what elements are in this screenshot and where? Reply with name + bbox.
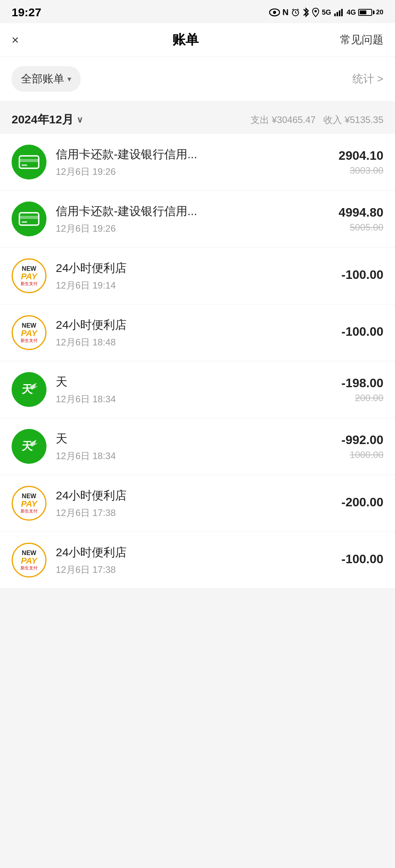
newpay-icon: NEW PAY 新生支付	[12, 543, 46, 578]
transaction-list: 信用卡还款-建设银行信用... 12月6日 19:26 2904.103003.…	[0, 134, 395, 589]
transaction-item[interactable]: 天 天 12月6日 18:34 -992.001000.00	[0, 418, 395, 475]
svg-point-1	[273, 11, 276, 14]
transaction-info: 信用卡还款-建设银行信用... 12月6日 19:26	[56, 203, 329, 235]
transaction-name: 信用卡还款-建设银行信用...	[56, 203, 329, 219]
transaction-info: 天 12月6日 18:34	[56, 431, 332, 462]
location-icon	[312, 7, 319, 17]
transaction-name: 天	[56, 374, 332, 390]
newpay-icon: NEW PAY 新生支付	[12, 258, 46, 293]
month-label-text: 2024年12月	[12, 112, 74, 128]
transaction-info: 24小时便利店 12月6日 17:38	[56, 545, 332, 576]
svg-line-5	[292, 9, 294, 10]
credit-card-icon	[12, 202, 46, 236]
transaction-name: 信用卡还款-建设银行信用...	[56, 147, 329, 162]
faq-link[interactable]: 常见问题	[340, 32, 383, 47]
transaction-amount: 4994.80	[338, 205, 383, 220]
5g-icon: 5G	[322, 9, 331, 17]
svg-line-4	[295, 13, 297, 14]
svg-text:天: 天	[21, 440, 33, 452]
bluetooth-icon	[302, 7, 309, 17]
chevron-icon: ∨	[77, 115, 83, 125]
svg-rect-17	[22, 221, 27, 223]
original-amount: 200.00	[341, 393, 383, 403]
svg-text:天: 天	[21, 383, 33, 395]
svg-rect-9	[337, 12, 338, 16]
transaction-date: 12月6日 19:14	[56, 279, 332, 292]
filter-label: 全部账单	[21, 72, 64, 86]
transaction-date: 12月6日 18:48	[56, 336, 332, 349]
header: × 账单 常见问题	[0, 23, 395, 57]
transaction-name: 24小时便利店	[56, 260, 332, 276]
transaction-info: 信用卡还款-建设银行信用... 12月6日 19:26	[56, 147, 329, 178]
eye-icon	[269, 8, 280, 17]
transaction-amount-block: -100.00	[341, 552, 383, 569]
transaction-info: 天 12月6日 18:34	[56, 374, 332, 405]
nfc-icon: N	[282, 7, 289, 17]
chevron-down-icon: ▾	[67, 74, 71, 84]
svg-rect-11	[341, 9, 343, 16]
transaction-amount: -100.00	[341, 552, 383, 566]
svg-rect-14	[22, 164, 27, 166]
expense-label: 支出	[251, 114, 269, 125]
original-amount: 1000.00	[341, 449, 383, 460]
transaction-info: 24小时便利店 12月6日 18:48	[56, 317, 332, 349]
transaction-info: 24小时便利店 12月6日 17:38	[56, 488, 332, 519]
page-title: 账单	[172, 31, 199, 49]
svg-rect-8	[334, 14, 336, 16]
transaction-item[interactable]: NEW PAY 新生支付 24小时便利店 12月6日 18:48 -100.00	[0, 304, 395, 361]
status-icons: N 5G 4G	[269, 7, 383, 17]
transaction-date: 12月6日 17:38	[56, 564, 332, 576]
transaction-item[interactable]: 天 天 12月6日 18:34 -198.00200.00	[0, 361, 395, 418]
transaction-amount: -200.00	[341, 495, 383, 509]
expense-amount: ¥30465.47	[272, 114, 316, 125]
transaction-item[interactable]: 信用卡还款-建设银行信用... 12月6日 19:26 2904.103003.…	[0, 134, 395, 191]
transaction-amount-block: 2904.103003.00	[338, 149, 383, 176]
credit-card-icon	[12, 145, 46, 179]
transaction-item[interactable]: NEW PAY 新生支付 24小时便利店 12月6日 19:14 -100.00	[0, 248, 395, 304]
transaction-amount: 2904.10	[338, 149, 383, 163]
month-row: 2024年12月 ∨ 支出 ¥30465.47 收入 ¥5135.35	[12, 112, 383, 128]
svg-line-6	[297, 9, 299, 10]
status-time: 19:27	[12, 6, 41, 19]
newpay-icon: NEW PAY 新生支付	[12, 486, 46, 521]
income-amount: ¥5135.35	[345, 114, 383, 125]
transaction-amount: -100.00	[341, 268, 383, 282]
4g-icon: 4G	[347, 9, 356, 17]
alarm-icon	[291, 8, 300, 17]
original-amount: 5005.00	[338, 222, 383, 233]
filter-button[interactable]: 全部账单 ▾	[12, 66, 81, 92]
transaction-date: 12月6日 17:38	[56, 507, 332, 519]
battery-icon: 20	[358, 9, 383, 16]
svg-point-7	[314, 10, 317, 12]
transaction-amount-block: -198.00200.00	[341, 376, 383, 403]
transaction-name: 天	[56, 431, 332, 447]
filter-bar: 全部账单 ▾ 统计 >	[0, 57, 395, 104]
transaction-amount-block: -100.00	[341, 325, 383, 341]
transaction-amount-block: -100.00	[341, 268, 383, 284]
transaction-item[interactable]: 信用卡还款-建设银行信用... 12月6日 19:26 4994.805005.…	[0, 191, 395, 248]
svg-rect-10	[339, 10, 340, 16]
svg-rect-13	[19, 159, 39, 162]
transaction-date: 12月6日 19:26	[56, 222, 329, 235]
status-bar: 19:27 N 5G	[0, 0, 395, 23]
transaction-amount: -198.00	[341, 376, 383, 390]
newpay-icon: NEW PAY 新生支付	[12, 315, 46, 350]
month-selector[interactable]: 2024年12月 ∨	[12, 112, 83, 128]
tianma-icon: 天	[12, 372, 46, 407]
signal-bars-icon	[333, 8, 344, 17]
transaction-amount-block: -200.00	[341, 495, 383, 512]
stats-link[interactable]: 统计 >	[352, 72, 383, 86]
svg-rect-16	[19, 216, 39, 219]
transaction-info: 24小时便利店 12月6日 19:14	[56, 260, 332, 292]
transaction-item[interactable]: NEW PAY 新生支付 24小时便利店 12月6日 17:38 -100.00	[0, 532, 395, 589]
transaction-date: 12月6日 18:34	[56, 393, 332, 405]
original-amount: 3003.00	[338, 165, 383, 176]
transaction-date: 12月6日 18:34	[56, 450, 332, 462]
transaction-item[interactable]: NEW PAY 新生支付 24小时便利店 12月6日 17:38 -200.00	[0, 475, 395, 532]
transaction-name: 24小时便利店	[56, 317, 332, 333]
transaction-amount: -100.00	[341, 325, 383, 339]
transaction-amount: -992.00	[341, 433, 383, 447]
transaction-date: 12月6日 19:26	[56, 166, 329, 178]
close-button[interactable]: ×	[12, 33, 31, 47]
transaction-name: 24小时便利店	[56, 488, 332, 504]
